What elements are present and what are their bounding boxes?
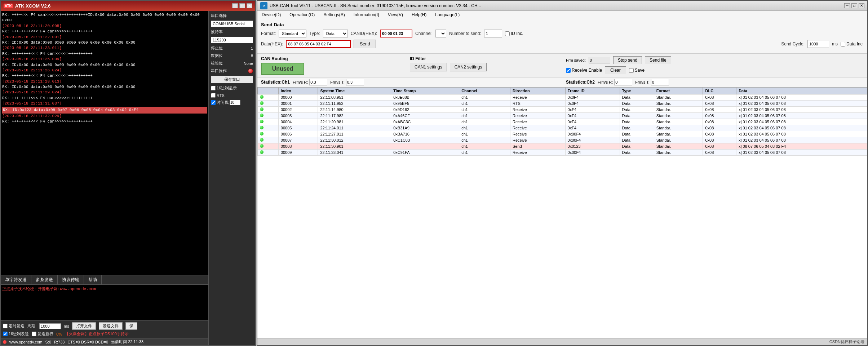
table-row[interactable]: 00000 22:11:08.951 0x8E68B ch1 Receive 0…	[258, 94, 867, 101]
th-data[interactable]: Data	[736, 88, 867, 94]
save-window-btn[interactable]: 保存窗口	[211, 76, 253, 83]
usbcan-maximize-btn[interactable]: □	[851, 3, 857, 8]
save-checkbox[interactable]: Save	[629, 68, 645, 73]
log-line: [2023-05-18 22:11:32.029]	[2, 114, 207, 119]
timestamp-checkbox[interactable]: 时间戳	[211, 100, 253, 105]
usbcan-minimize-btn[interactable]: ─	[844, 3, 850, 8]
frm-saved-input[interactable]	[589, 57, 610, 63]
menu-language[interactable]: Language(L)	[434, 12, 461, 18]
send-newline-check[interactable]	[32, 332, 36, 336]
maximize-btn[interactable]: □	[239, 3, 245, 8]
nav-protocol[interactable]: 协议传输	[58, 275, 84, 284]
timestamp-input[interactable]	[230, 100, 240, 105]
close-btn[interactable]: ✕	[247, 3, 252, 8]
channel-select[interactable]: 1 2	[435, 30, 446, 37]
timed-send-checkbox[interactable]: 定时发送	[3, 323, 25, 329]
th-sys-time[interactable]: System Time	[318, 88, 391, 94]
th-dlc[interactable]: DLC	[703, 88, 736, 94]
row-timestamp: 0x95BF5	[391, 101, 459, 107]
stats-ch1-t-input[interactable]	[346, 79, 364, 85]
usbcan-close-btn[interactable]: ✕	[859, 3, 864, 8]
row-type: Data	[620, 107, 654, 113]
data-hex-input[interactable]	[286, 40, 351, 48]
clear-btn[interactable]: Clear	[605, 66, 626, 74]
menu-settings[interactable]: Settings(S)	[322, 12, 346, 18]
row-format: Standar.	[654, 131, 703, 137]
xcom-log[interactable]: RX: ++++<<< F4 can>>>>>>++++++++++++ID:0…	[1, 11, 208, 275]
th-led	[258, 88, 279, 94]
sidebar-port-section: 串口选择	[211, 13, 253, 27]
stats-ch1-title: Statistics:Ch1	[261, 80, 290, 85]
table-row[interactable]: 00008 22:11:30.901 - ch1 Send 0x0123 Dat…	[258, 143, 867, 150]
row-timestamp: 0xC91FA	[391, 150, 459, 156]
row-direction: RTS	[510, 101, 565, 107]
th-frame-id[interactable]: Frame ID	[565, 88, 620, 94]
table-row[interactable]: 00007 22:11:30.012 0xC1C83 ch1 Receive 0…	[258, 137, 867, 143]
row-sys-time: 22:11:17.982	[318, 113, 391, 119]
menu-device[interactable]: Device(D)	[260, 12, 282, 18]
table-row[interactable]: 00009 22:11:33.041 0xC91FA ch1 Receive 0…	[258, 150, 867, 156]
baud-input[interactable]	[211, 37, 253, 43]
th-timestamp[interactable]: Time Stamp	[391, 88, 459, 94]
period-input[interactable]	[39, 323, 61, 329]
port-input[interactable]	[211, 21, 253, 27]
th-channel[interactable]: Channel	[459, 88, 510, 94]
stats-ch1-r-input[interactable]	[309, 79, 327, 85]
table-row[interactable]: 00005 22:11:24.011 0xB31A9 ch1 Receive 0…	[258, 125, 867, 131]
canid-input[interactable]	[380, 30, 412, 37]
th-type[interactable]: Type	[620, 88, 654, 94]
nav-multi-send[interactable]: 多条发送	[31, 275, 58, 284]
menu-information[interactable]: Information(I)	[352, 12, 381, 18]
menu-operation[interactable]: Operation(O)	[288, 12, 316, 18]
table-row[interactable]: 00002 22:11:14.980 0x9D162 ch1 Receive 0…	[258, 107, 867, 113]
type-select[interactable]: Data Remote	[323, 30, 348, 37]
timed-send-check[interactable]	[3, 324, 8, 328]
th-direction[interactable]: Direction	[510, 88, 565, 94]
data-inc-checkbox[interactable]: Data Inc.	[841, 41, 864, 46]
log-line: RX: ++++++++<<< F4 can>>>>>>++++++++++	[2, 96, 207, 101]
open-file-btn[interactable]: 打开文件	[72, 322, 96, 330]
table-row[interactable]: 00006 22:11:27.011 0xBA716 ch1 Receive 0…	[258, 131, 867, 137]
th-format[interactable]: Format	[654, 88, 703, 94]
usbcan-window-controls: ─ □ ✕	[844, 3, 864, 8]
send-file-btn[interactable]: 发送文件	[99, 322, 123, 330]
extra-btn[interactable]: 保	[125, 322, 137, 330]
rts-checkbox[interactable]: RTS	[211, 93, 253, 98]
nav-help[interactable]: 帮助	[84, 275, 102, 284]
stop-send-btn[interactable]: Stop send	[613, 56, 642, 64]
row-format: Standar.	[654, 125, 703, 131]
format-label: Format:	[261, 31, 276, 36]
nts-input[interactable]	[484, 30, 502, 37]
xcom-input-textarea[interactable]: 正点原子技术论坛：开源电子网:www.openedv.com	[1, 285, 208, 320]
table-row[interactable]: 00001 22:11:11.952 0x95BF5 ch1 RTS 0x0F4…	[258, 101, 867, 107]
send-file-btn[interactable]: Send file	[645, 56, 671, 64]
hex-send-checkbox[interactable]: 16进制发送	[3, 331, 29, 337]
check-value: None	[244, 61, 253, 66]
menu-view[interactable]: View(V)	[386, 12, 404, 18]
stats-ch2-t-input[interactable]	[651, 79, 669, 85]
row-direction: Receive	[510, 150, 565, 156]
menu-help[interactable]: Help(H)	[410, 12, 428, 18]
send-cycle-input[interactable]	[807, 40, 829, 48]
minimize-btn[interactable]: ─	[232, 3, 238, 8]
can2-settings-btn[interactable]: CAN2 settings	[450, 63, 487, 71]
usbcan-content: Send Data Format: Standard Extended Type…	[257, 19, 867, 345]
nav-single-send[interactable]: 单字符发送	[1, 275, 31, 284]
hex-send-check[interactable]	[3, 332, 8, 336]
xcom-link[interactable]: 【火爆全网】正点原子DS100手持示	[65, 331, 129, 337]
table-row[interactable]: 00004 22:11:20.981 0xABC3C ch1 Receive 0…	[258, 119, 867, 125]
hex16-checkbox[interactable]: 16进制显示	[211, 85, 253, 91]
data-table-container[interactable]: Index System Time Time Stamp Channel Dir…	[257, 87, 867, 338]
can1-settings-btn[interactable]: CAN1 settings	[410, 63, 447, 71]
id-inc-checkbox[interactable]: ID Inc.	[505, 31, 523, 36]
send-newline-checkbox[interactable]: 发送新行	[32, 331, 53, 337]
op-label: 串口操作	[211, 68, 227, 74]
receive-enable-checkbox[interactable]: Receive Enable	[566, 68, 602, 73]
th-index[interactable]: Index	[278, 88, 318, 94]
stats-ch2-r-input[interactable]	[614, 79, 632, 85]
format-select[interactable]: Standard Extended	[279, 30, 306, 37]
table-row[interactable]: 00003 22:11:17.982 0xA46CF ch1 Receive 0…	[258, 113, 867, 119]
xcom-sidebar: 串口选择 波特率 停止位 1 数据位 8 校验位 None 串口操作	[208, 11, 255, 345]
send-button[interactable]: Send	[354, 40, 376, 48]
unused-button[interactable]: Unused	[261, 63, 304, 75]
